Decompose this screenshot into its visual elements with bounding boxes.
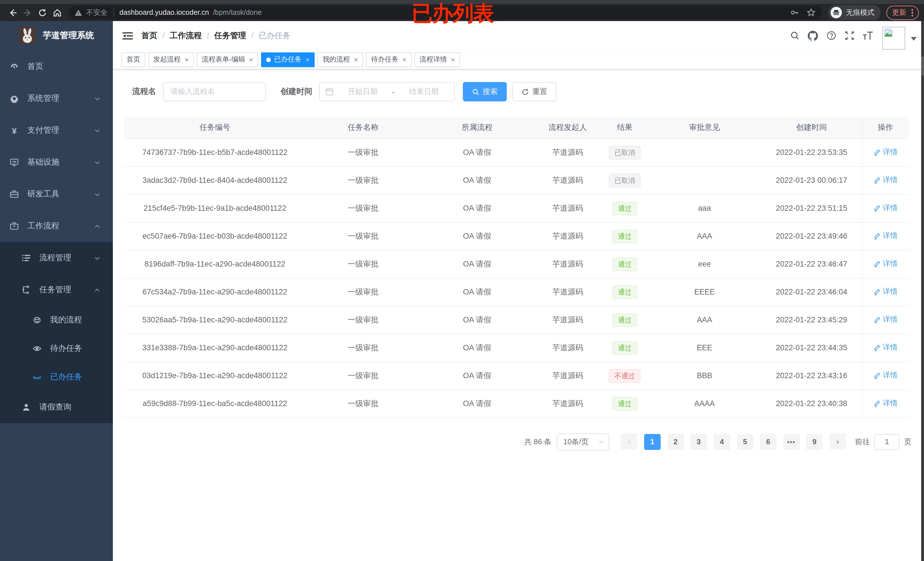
- detail-link[interactable]: 详情: [873, 259, 898, 269]
- breadcrumb-item[interactable]: 工作流程: [170, 30, 202, 40]
- page-button[interactable]: 3: [691, 434, 707, 450]
- process-name-input[interactable]: 请输入流程名: [163, 82, 266, 102]
- table-row: a59c9d88-7b99-11ec-ba5c-acde48001122 一级审…: [124, 390, 909, 417]
- goto-page-input[interactable]: 1: [874, 434, 900, 450]
- sidebar-item-payment[interactable]: ¥ 支付管理: [0, 114, 113, 147]
- tab[interactable]: 已办任务 ×: [261, 52, 315, 67]
- home-icon[interactable]: [50, 6, 64, 19]
- page-scrollbar[interactable]: [921, 21, 924, 561]
- breadcrumb-item[interactable]: 任务管理: [214, 30, 246, 40]
- page-button[interactable]: 4: [714, 434, 730, 450]
- breadcrumb-item[interactable]: 首页: [141, 30, 158, 40]
- tab-label: 流程详情: [420, 55, 447, 64]
- search-icon[interactable]: [786, 27, 804, 45]
- detail-link[interactable]: 详情: [873, 287, 898, 297]
- page-size-select[interactable]: 10条/页: [557, 433, 610, 450]
- github-icon[interactable]: [804, 27, 822, 45]
- sidebar-item-todo-tasks[interactable]: 待办任务: [0, 334, 113, 363]
- cell-initiator: 芋道源码: [534, 306, 602, 334]
- breadcrumb-item[interactable]: 已办任务: [258, 30, 290, 40]
- chevron-down-icon: [94, 159, 100, 166]
- tab[interactable]: 流程表单-编辑 ×: [196, 52, 258, 67]
- update-label: 更新: [892, 8, 906, 17]
- warning-triangle-icon[interactable]: [75, 9, 82, 16]
- col-comment: 审批意见: [648, 117, 762, 138]
- date-range-picker[interactable]: 开始日期 - 结束日期: [319, 82, 455, 102]
- close-icon[interactable]: ×: [451, 55, 455, 63]
- page-button[interactable]: 2: [667, 434, 684, 450]
- list-tree-icon: [22, 253, 31, 263]
- result-tag: 通过: [612, 313, 637, 327]
- detail-link[interactable]: 详情: [873, 175, 898, 186]
- logo-row[interactable]: 芋道管理系统: [0, 21, 113, 49]
- detail-link[interactable]: 详情: [873, 343, 898, 353]
- sidebar-item-home[interactable]: 首页: [0, 51, 113, 82]
- avatar[interactable]: [882, 27, 905, 49]
- search-button[interactable]: 搜索: [463, 82, 507, 102]
- reload-icon[interactable]: [35, 6, 50, 19]
- cell-process: OA 请假: [421, 194, 534, 222]
- font-size-icon[interactable]: [858, 27, 877, 45]
- cell-initiator: 芋道源码: [534, 390, 602, 417]
- star-icon[interactable]: [807, 8, 816, 17]
- reset-button[interactable]: 重置: [513, 82, 556, 102]
- tab[interactable]: 我的流程 ×: [318, 52, 363, 67]
- page-button[interactable]: ‹: [621, 434, 638, 449]
- caret-down-icon[interactable]: [911, 37, 916, 41]
- key-icon[interactable]: [790, 8, 799, 17]
- sidebar-item-leave-query[interactable]: 请假查询: [0, 391, 113, 423]
- result-tag: 通过: [612, 229, 637, 243]
- close-icon[interactable]: ×: [306, 55, 309, 63]
- sidebar-item-done-tasks[interactable]: 已办任务: [0, 363, 113, 391]
- detail-link[interactable]: 详情: [873, 203, 898, 213]
- page-button[interactable]: 5: [737, 434, 753, 450]
- cell-initiator: 芋道源码: [534, 278, 602, 306]
- tab[interactable]: 首页 ×: [122, 52, 146, 67]
- page-button[interactable]: •••: [783, 434, 800, 450]
- process-name-label: 流程名: [132, 87, 156, 97]
- menu-kebab-icon[interactable]: [912, 9, 913, 16]
- fullscreen-icon[interactable]: [840, 27, 858, 45]
- cell-created: 2022-01-22 23:51:15: [762, 194, 862, 222]
- incognito-icon: [831, 7, 842, 18]
- close-icon[interactable]: ×: [184, 55, 189, 63]
- page-button[interactable]: 9: [806, 434, 823, 450]
- sidebar-item-my-process[interactable]: 我的流程: [0, 306, 113, 334]
- sidebar-item-process-mgmt[interactable]: 流程管理: [0, 242, 113, 274]
- help-icon[interactable]: [822, 27, 840, 45]
- toolbox-icon: [10, 190, 19, 199]
- scrollbar-thumb[interactable]: [921, 56, 924, 76]
- tab[interactable]: 待办任务 ×: [366, 52, 411, 67]
- detail-link[interactable]: 详情: [873, 315, 898, 325]
- sidebar-item-system[interactable]: 系统管理: [0, 82, 113, 114]
- breadcrumb-separator: /: [162, 30, 165, 40]
- result-tag: 通过: [612, 341, 637, 355]
- cell-initiator: 芋道源码: [534, 250, 602, 278]
- back-arrow-icon[interactable]: [5, 6, 20, 19]
- sidebar-menu: 首页 系统管理 ¥ 支付管理: [0, 49, 113, 423]
- detail-link[interactable]: 详情: [873, 147, 898, 157]
- detail-link[interactable]: 详情: [873, 231, 898, 241]
- page-button[interactable]: ›: [830, 434, 846, 449]
- detail-link[interactable]: 详情: [873, 398, 898, 408]
- close-icon[interactable]: ×: [249, 55, 253, 63]
- tab[interactable]: 发起流程 ×: [148, 52, 194, 67]
- pagination: 共 86 条 10条/页 ‹: [124, 433, 913, 450]
- close-icon[interactable]: ×: [354, 55, 358, 63]
- sidebar-item-task-mgmt[interactable]: 任务管理: [0, 274, 113, 306]
- cell-task-id: 215cf4e5-7b9b-11ec-9a1b-acde48001122: [124, 194, 306, 222]
- sidebar-item-devtools[interactable]: 研发工具: [0, 178, 113, 210]
- sidebar-item-infra[interactable]: 基础设施: [0, 147, 113, 178]
- cell-created: 2022-01-22 23:45:29: [762, 306, 862, 334]
- page-button[interactable]: 6: [760, 434, 776, 450]
- page-button[interactable]: 1: [644, 434, 661, 450]
- sidebar-item-workflow[interactable]: 工作流程: [0, 210, 113, 242]
- detail-link[interactable]: 详情: [873, 371, 898, 381]
- cell-task-id: 67c534a2-7b9a-11ec-a290-acde48001122: [124, 278, 306, 306]
- close-icon[interactable]: ×: [402, 55, 406, 63]
- update-button[interactable]: 更新: [886, 5, 919, 19]
- cell-process: OA 请假: [421, 306, 534, 334]
- collapse-sidebar-icon[interactable]: [120, 28, 135, 43]
- tab[interactable]: 流程详情 ×: [414, 52, 460, 67]
- col-created: 创建时间: [762, 117, 862, 138]
